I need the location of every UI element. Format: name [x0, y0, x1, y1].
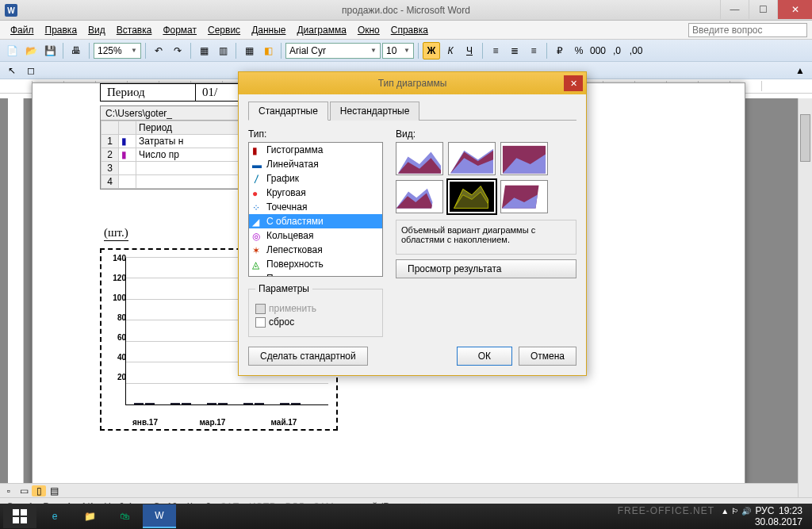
type-area[interactable]: ◢С областями: [249, 214, 382, 228]
scroll-up-icon[interactable]: ▲: [791, 62, 809, 79]
subtype-3[interactable]: [500, 142, 548, 175]
undo-icon[interactable]: ↶: [150, 42, 167, 59]
select-tool-icon[interactable]: ◻: [22, 62, 40, 79]
subtype-1[interactable]: [396, 142, 443, 175]
menu-service[interactable]: Сервис: [202, 22, 246, 38]
taskbar-ie-icon[interactable]: e: [38, 504, 71, 528]
datasheet-icon[interactable]: ▦: [240, 42, 258, 59]
type-surface[interactable]: ◬Поверхность: [249, 257, 382, 271]
y-tick: 80: [117, 313, 126, 322]
italic-button[interactable]: К: [442, 42, 459, 59]
redo-icon[interactable]: ↷: [169, 42, 186, 59]
tab-standard[interactable]: Стандартные: [248, 102, 328, 121]
type-column[interactable]: ▮Гистограмма: [249, 143, 382, 157]
menu-file[interactable]: Файл: [5, 22, 40, 38]
menu-chart[interactable]: Диаграмма: [291, 22, 351, 38]
underline-button[interactable]: Ч: [461, 42, 478, 59]
view-normal-icon[interactable]: ▫: [2, 485, 16, 496]
vertical-scrollbar[interactable]: [798, 98, 812, 497]
dialog-close-button[interactable]: ✕: [564, 75, 583, 91]
open-icon[interactable]: 📂: [22, 42, 40, 59]
ok-button[interactable]: ОК: [457, 347, 512, 366]
horizontal-scrollbar[interactable]: ▫ ▭ ▯ ▤: [0, 483, 798, 497]
type-label: Тип:: [248, 128, 383, 140]
view-outline-icon[interactable]: ▤: [47, 485, 61, 496]
subtype-6[interactable]: [500, 180, 548, 213]
type-scatter[interactable]: ⁘Точечная: [249, 200, 382, 214]
type-doughnut[interactable]: ◎Кольцевая: [249, 228, 382, 243]
align-left-icon[interactable]: ≡: [487, 42, 504, 59]
type-line[interactable]: 〳График: [249, 171, 382, 186]
print-icon[interactable]: 🖶: [67, 42, 85, 59]
x-tick: май.17: [271, 418, 297, 427]
inc-decimal-icon[interactable]: ,0: [608, 42, 626, 59]
cancel-button[interactable]: Отмена: [519, 347, 576, 366]
type-radar[interactable]: ✶Лепестковая: [249, 243, 382, 257]
taskbar-explorer-icon[interactable]: 📁: [73, 504, 106, 528]
y-tick: 40: [117, 353, 126, 362]
help-search-input[interactable]: [688, 23, 807, 37]
view-web-icon[interactable]: ▭: [17, 485, 31, 496]
save-icon[interactable]: 💾: [41, 42, 59, 59]
svg-rect-14: [13, 517, 19, 523]
svg-rect-15: [21, 517, 27, 523]
y-tick: 140: [113, 254, 126, 263]
by-col-icon[interactable]: ▥: [214, 42, 232, 59]
menu-bar: Файл Правка Вид Вставка Формат Сервис Да…: [0, 21, 812, 40]
taskbar-word-icon[interactable]: W: [143, 504, 176, 528]
close-button[interactable]: ✕: [777, 0, 812, 19]
row-chart-icon: ▮: [119, 135, 136, 148]
maximize-button[interactable]: ☐: [749, 0, 777, 19]
params-group: Параметры применить сброс: [248, 283, 383, 337]
taskbar-store-icon[interactable]: 🛍: [108, 504, 141, 528]
type-bubble[interactable]: ⁘Пузырьковая: [249, 271, 382, 277]
type-bar[interactable]: ▬Линейчатая: [249, 157, 382, 171]
subtype-2[interactable]: [448, 142, 496, 175]
arrow-tool-icon[interactable]: ↖: [3, 62, 21, 79]
menu-format[interactable]: Формат: [157, 22, 202, 38]
type-pie[interactable]: ●Круговая: [249, 186, 382, 200]
by-row-icon[interactable]: ▦: [195, 42, 213, 59]
preview-button[interactable]: Просмотр результата: [396, 259, 576, 278]
menu-data[interactable]: Данные: [246, 22, 291, 38]
windows-taskbar: e 📁 🛍 W FREE-OFFICE.NET ▲ 🏳 🔊 РУС 19:23 …: [0, 504, 812, 529]
y-tick: 20: [117, 373, 126, 381]
menu-insert[interactable]: Вставка: [111, 22, 158, 38]
percent-icon[interactable]: %: [570, 42, 588, 59]
unit-label: (шт.): [104, 226, 128, 241]
currency-icon[interactable]: ₽: [551, 42, 569, 59]
subtype-thumbnails: [396, 142, 576, 213]
reset-checkbox[interactable]: [255, 317, 266, 328]
align-center-icon[interactable]: ≣: [506, 42, 523, 59]
menu-edit[interactable]: Правка: [40, 22, 83, 38]
dec-decimal-icon[interactable]: ,00: [627, 42, 645, 59]
tab-custom[interactable]: Нестандартные: [330, 102, 420, 121]
chart-type-list[interactable]: ▮Гистограмма ▬Линейчатая 〳График ●Кругов…: [248, 142, 383, 277]
fill-color-icon[interactable]: ◧: [259, 42, 277, 59]
font-size-select[interactable]: 10▼: [382, 43, 414, 59]
new-doc-icon[interactable]: 📄: [3, 42, 21, 59]
dialog-titlebar[interactable]: Тип диаграммы ✕: [239, 72, 586, 94]
bold-button[interactable]: Ж: [423, 42, 440, 59]
menu-window[interactable]: Окно: [352, 22, 385, 38]
font-select[interactable]: Arial Cyr▼: [285, 43, 381, 59]
window-titlebar: W продажи.doc - Microsoft Word — ☐ ✕: [0, 0, 812, 21]
vertical-ruler[interactable]: [8, 98, 24, 497]
dialog-title: Тип диаграммы: [378, 78, 447, 89]
y-tick: 100: [113, 293, 126, 302]
thousands-icon[interactable]: 000: [589, 42, 607, 59]
menu-help[interactable]: Справка: [385, 22, 434, 38]
subtype-4[interactable]: [396, 180, 443, 213]
zoom-select[interactable]: 125%▼: [94, 43, 141, 59]
menu-view[interactable]: Вид: [82, 22, 111, 38]
y-tick: 60: [117, 333, 126, 342]
row-chart-icon: ▮: [119, 148, 136, 162]
watermark: FREE-OFFICE.NET: [618, 505, 714, 516]
align-right-icon[interactable]: ≡: [525, 42, 542, 59]
system-tray[interactable]: FREE-OFFICE.NET ▲ 🏳 🔊 РУС 19:23 30.08.20…: [618, 505, 809, 528]
start-button[interactable]: [3, 504, 36, 528]
view-print-icon[interactable]: ▯: [32, 485, 46, 496]
subtype-5[interactable]: [448, 180, 496, 213]
minimize-button[interactable]: —: [720, 0, 749, 19]
make-standard-button[interactable]: Сделать стандартной: [248, 347, 368, 366]
